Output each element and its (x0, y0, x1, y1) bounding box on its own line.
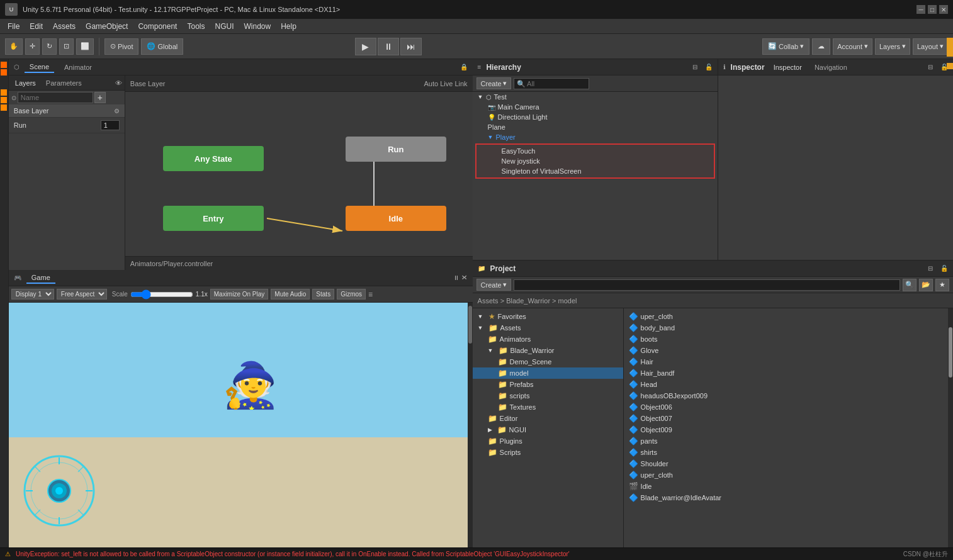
hierarchy-item-dirlight[interactable]: 💡 Directional Light (473, 112, 718, 122)
file-object006[interactable]: 🔷 Object006 (624, 401, 953, 413)
animator-eye-icon[interactable]: 👁 (115, 79, 122, 87)
project-search-icon-btn[interactable]: 🔍 (903, 279, 916, 291)
maximize-button[interactable]: □ (928, 5, 937, 14)
collab-button[interactable]: 🔄 Collab ▾ (762, 38, 809, 55)
hierarchy-item-plane[interactable]: Plane (473, 122, 718, 132)
navigation-tab[interactable]: Navigation (811, 62, 851, 72)
layer-settings-icon[interactable]: ⚙ (114, 108, 120, 115)
gizmos-button[interactable]: Gizmos (337, 289, 366, 300)
project-blade-warrior[interactable]: ▼ 📁 Blade_Warrior (473, 345, 623, 356)
menu-ngui[interactable]: NGUI (210, 21, 239, 32)
animator-param-run[interactable]: Run 1 (9, 118, 125, 133)
layout-dropdown[interactable]: Layout ▾ (913, 38, 948, 55)
global-button[interactable]: 🌐 Global (141, 38, 183, 55)
cloud-button[interactable]: ☁ (812, 38, 830, 55)
animator-layers-tab[interactable]: Layers (11, 78, 40, 88)
project-files-scrollbar[interactable] (948, 308, 953, 547)
project-ngui[interactable]: ▶ 📁 NGUI (473, 424, 623, 435)
file-shoulder[interactable]: 🔷 Shoulder (624, 458, 953, 469)
tab-game[interactable]: Game (26, 272, 55, 284)
menu-window[interactable]: Window (239, 21, 276, 32)
animator-search-input[interactable] (18, 92, 93, 103)
hierarchy-item-test[interactable]: ▼ ⬡ Test (473, 92, 718, 102)
menu-assets[interactable]: Assets (48, 21, 81, 32)
hierarchy-item-singleton[interactable]: Singleton of VirtualScreen (476, 166, 714, 176)
hierarchy-item-maincamera[interactable]: 📷 Main Camera (473, 102, 718, 112)
tab-scene[interactable]: Scene (25, 62, 54, 73)
project-demo-scene[interactable]: 📁 Demo_Scene (473, 356, 623, 367)
project-search-input[interactable] (514, 279, 900, 291)
file-head[interactable]: 🔷 Head (624, 379, 953, 390)
hierarchy-close-icon[interactable]: ⊟ (692, 64, 697, 70)
project-lock-icon[interactable]: 🔓 (940, 265, 948, 272)
project-close-icon[interactable]: ⊟ (928, 265, 933, 272)
file-glove[interactable]: 🔷 Glove (624, 345, 953, 356)
inspector-close-icon[interactable]: ⊟ (928, 64, 933, 70)
hierarchy-create-button[interactable]: Create ▾ (476, 77, 511, 89)
auto-live-link-button[interactable]: Auto Live Link (424, 80, 468, 87)
close-button[interactable]: ✕ (939, 5, 948, 14)
maximize-on-play-button[interactable]: Maximize On Play (210, 289, 269, 300)
file-hair[interactable]: 🔷 Hair (624, 356, 953, 367)
file-idle[interactable]: 🎬 Idle (624, 481, 953, 492)
tab-animator[interactable]: Animator (59, 62, 97, 72)
file-shirts[interactable]: 🔷 shirts (624, 447, 953, 458)
rotate-tool-button[interactable]: ↻ (42, 38, 57, 55)
state-entry[interactable]: Entry (163, 206, 264, 231)
project-star-btn[interactable]: ★ (935, 279, 949, 291)
mute-audio-button[interactable]: Mute Audio (271, 289, 310, 300)
hand-tool-button[interactable]: ✋ (5, 38, 23, 55)
display-select[interactable]: Display 1 (11, 289, 54, 300)
project-create-button[interactable]: Create ▾ (476, 279, 511, 291)
viewport-scrollbar[interactable] (468, 303, 473, 547)
hierarchy-search-input[interactable] (514, 78, 589, 89)
move-tool-button[interactable]: ✛ (25, 38, 40, 55)
layers-dropdown[interactable]: Layers ▾ (875, 38, 910, 55)
play-button[interactable]: ▶ (355, 38, 376, 55)
scale-slider[interactable] (130, 289, 193, 300)
menu-help[interactable]: Help (276, 21, 302, 32)
menu-tools[interactable]: Tools (182, 21, 210, 32)
aspect-select[interactable]: Free Aspect (57, 289, 107, 300)
animator-parameters-tab[interactable]: Parameters (42, 78, 86, 88)
state-run[interactable]: Run (346, 137, 446, 162)
step-button[interactable]: ⏭ (400, 38, 422, 55)
project-animators[interactable]: 📁 Animators (473, 333, 623, 345)
file-uper-cloth-1[interactable]: 🔷 uper_cloth (624, 311, 953, 322)
viewport-scrollbar-thumb[interactable] (468, 306, 472, 344)
file-object007[interactable]: 🔷 Object007 (624, 413, 953, 424)
project-files-scrollbar-thumb[interactable] (949, 327, 952, 378)
file-pants[interactable]: 🔷 pants (624, 435, 953, 447)
hierarchy-lock-icon[interactable]: 🔓 (705, 64, 713, 70)
state-idle[interactable]: Idle (346, 206, 446, 231)
menu-gameobject[interactable]: GameObject (81, 21, 133, 32)
stats-button[interactable]: Stats (312, 289, 334, 300)
file-headusobj[interactable]: 🔷 headusOBJexport009 (624, 390, 953, 401)
project-favorites[interactable]: ▼ ★ Favorites (473, 311, 623, 322)
minimize-button[interactable]: ─ (916, 5, 925, 14)
file-uper-cloth-2[interactable]: 🔷 uper_cloth (624, 469, 953, 481)
game-panel-overflow[interactable]: ≡ (368, 290, 373, 299)
project-folder-btn[interactable]: 📂 (919, 279, 933, 291)
animator-canvas[interactable]: Base Layer Auto Live Link (125, 76, 473, 270)
pause-button[interactable]: ⏸ (378, 38, 399, 55)
scale-tool-button[interactable]: ⊡ (59, 38, 74, 55)
inspector-tab[interactable]: Inspector (770, 62, 806, 72)
hierarchy-item-easytouch[interactable]: EasyTouch (476, 146, 714, 156)
project-plugins[interactable]: 📁 Plugins (473, 435, 623, 447)
file-object009[interactable]: 🔷 Object009 (624, 424, 953, 435)
file-boots[interactable]: 🔷 boots (624, 333, 953, 345)
pivot-button[interactable]: ⊙ Pivot (104, 38, 138, 55)
state-any-state[interactable]: Any State (163, 146, 264, 171)
file-blade-warrior-idle[interactable]: 🔷 Blade_warrior@IdleAvatar (624, 492, 953, 503)
project-editor[interactable]: 📁 Editor (473, 413, 623, 424)
project-prefabs[interactable]: 📁 Prefabs (473, 379, 623, 390)
menu-edit[interactable]: Edit (25, 21, 48, 32)
project-scripts[interactable]: 📁 scripts (473, 390, 623, 401)
menu-file[interactable]: File (3, 21, 25, 32)
project-assets[interactable]: ▼ 📁 Assets (473, 322, 623, 333)
project-textures[interactable]: 📁 Textures (473, 401, 623, 413)
hierarchy-item-newjoystick[interactable]: New joystick (476, 156, 714, 166)
project-scripts-root[interactable]: 📁 Scripts (473, 447, 623, 458)
file-hair-bandf[interactable]: 🔷 Hair_bandf (624, 367, 953, 379)
